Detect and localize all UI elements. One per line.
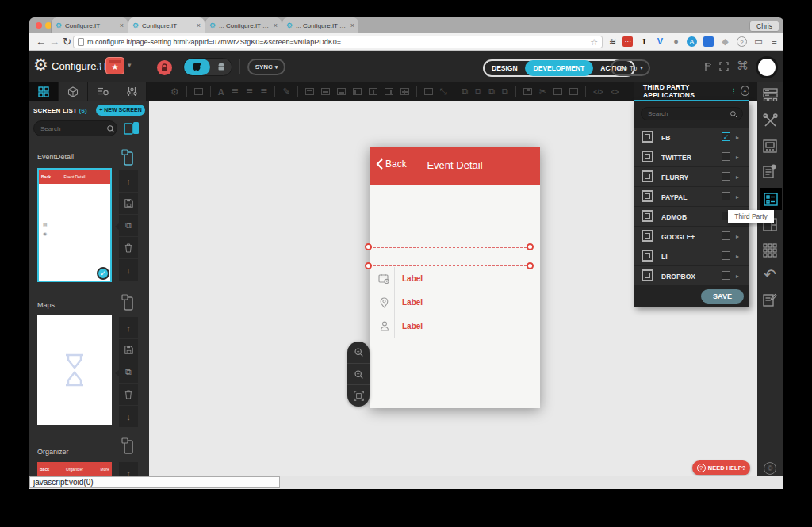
screen-thumbnail-organizer[interactable]: Back Organizer More <box>37 462 112 476</box>
goto-button[interactable]: Go To ▾ <box>611 59 650 76</box>
duplicate-screen-button[interactable]: ⧉ <box>119 361 138 383</box>
third-party-item-dropbox[interactable]: DROPBOX ▸ <box>634 266 749 285</box>
android-toggle-segment[interactable] <box>210 59 232 75</box>
screen-thumbnail-eventdetail[interactable]: Back Event Detail ▤ ◉ <box>37 168 112 282</box>
extension-circle-a-icon[interactable]: A <box>687 36 697 47</box>
screen-search-input[interactable] <box>33 120 117 136</box>
tools-icon[interactable] <box>763 113 778 128</box>
item-expand-arrow-icon[interactable]: ▸ <box>736 154 739 161</box>
tab-close-icon[interactable]: × <box>350 21 354 29</box>
app-switch-caret-icon[interactable]: ▾ <box>128 61 132 69</box>
extension-layers-icon[interactable]: ≋ <box>607 36 618 47</box>
phone-screen-title[interactable]: Event Detail <box>370 159 540 171</box>
data-source-icon[interactable] <box>763 88 778 101</box>
browser-tab[interactable]: ⚙ ::: Configure.IT Backend ::: × <box>282 17 358 33</box>
move-up-button[interactable]: ↑ <box>119 317 138 338</box>
item-checkbox[interactable] <box>722 192 730 200</box>
zoom-fit-icon[interactable] <box>347 384 370 406</box>
need-help-button[interactable]: ? NEED HELP? <box>692 460 750 475</box>
move-up-button[interactable]: ↑ <box>119 170 138 192</box>
edit-notes-icon[interactable] <box>763 292 777 307</box>
item-expand-arrow-icon[interactable]: ▸ <box>736 134 739 141</box>
lock-button[interactable] <box>157 60 172 75</box>
screen-name[interactable]: EventDetail <box>37 153 74 161</box>
back-icon[interactable]: ← <box>36 36 46 48</box>
detail-row-person[interactable]: Label <box>370 315 540 338</box>
new-screen-button[interactable]: + NEW SCREEN <box>96 105 145 116</box>
extension-diamond-icon[interactable]: ◆ <box>720 36 730 47</box>
move-down-button[interactable]: ↓ <box>119 259 138 281</box>
third-party-item-googleplus[interactable]: GOOGLE+ ▸ <box>634 227 749 246</box>
item-expand-arrow-icon[interactable]: ▸ <box>736 174 739 181</box>
tab-objects-cube[interactable] <box>59 82 88 101</box>
tab-close-icon[interactable]: × <box>274 21 278 29</box>
extension-window-icon[interactable]: ▭ <box>753 36 764 47</box>
item-checkbox[interactable] <box>722 251 730 260</box>
move-up-button[interactable]: ↑ <box>119 462 138 476</box>
row-label[interactable]: Label <box>402 274 423 283</box>
extension-red-icon[interactable]: ⋯ <box>622 36 633 47</box>
row-label[interactable]: Label <box>402 322 423 330</box>
item-expand-arrow-icon[interactable]: ▸ <box>736 233 739 240</box>
item-expand-arrow-icon[interactable]: ▸ <box>736 273 739 280</box>
current-app-icon[interactable]: ★ <box>105 57 124 74</box>
phone-navbar[interactable]: Back Event Detail <box>370 147 540 185</box>
media-box-icon[interactable] <box>763 139 777 153</box>
delete-screen-button[interactable] <box>119 384 138 405</box>
panel-close-icon[interactable]: × <box>741 86 749 96</box>
fullscreen-icon[interactable] <box>718 61 730 72</box>
selection-handle[interactable] <box>527 243 534 250</box>
command-icon[interactable]: ⌘ <box>737 59 749 73</box>
phone-preview[interactable]: Back Event Detail Label La <box>370 147 540 408</box>
tab-development[interactable]: DEVELOPMENT <box>525 60 594 76</box>
extension-trello-icon[interactable] <box>703 36 714 47</box>
components-grid-icon[interactable] <box>763 243 777 258</box>
tab-close-icon[interactable]: × <box>120 21 124 29</box>
url-field[interactable]: m.configure.it/page-setting.html?appId=u… <box>73 36 603 48</box>
third-party-strip-icon[interactable] <box>760 188 782 210</box>
preview-mode-icon[interactable] <box>124 121 140 136</box>
browser-tab[interactable]: ⚙ ::: Configure.IT Backend ::: × <box>205 17 282 33</box>
zoom-out-icon[interactable] <box>347 363 370 384</box>
selection-handle[interactable] <box>365 243 372 250</box>
move-down-button[interactable]: ↓ <box>119 406 138 427</box>
signpost-icon[interactable] <box>700 61 711 72</box>
screen-name[interactable]: Maps <box>37 301 55 309</box>
item-expand-arrow-icon[interactable]: ▸ <box>736 193 739 200</box>
extension-hand-icon[interactable]: ● <box>671 36 681 47</box>
detail-row-date[interactable]: Label <box>370 267 540 291</box>
screen-lock-icon[interactable] <box>121 437 135 455</box>
user-avatar[interactable] <box>758 59 776 76</box>
tab-screens-grid[interactable] <box>29 82 59 101</box>
extension-instapaper-icon[interactable]: I <box>639 36 649 47</box>
bookmark-star-icon[interactable]: ☆ <box>590 37 598 48</box>
item-checkbox[interactable] <box>722 231 730 240</box>
selected-element-outline[interactable] <box>370 247 530 266</box>
platform-toggle[interactable] <box>183 58 232 76</box>
undo-icon[interactable]: ↶ <box>764 265 776 284</box>
third-party-item-twitter[interactable]: TWITTER ▸ <box>634 147 749 166</box>
item-checkbox[interactable] <box>722 271 730 280</box>
tab-settings-sliders[interactable] <box>117 82 147 101</box>
item-checkbox[interactable]: ✓ <box>722 132 730 141</box>
screen-thumbnail-maps[interactable] <box>37 315 112 425</box>
screen-name[interactable]: Organizer <box>37 448 69 456</box>
save-screen-button[interactable] <box>119 193 138 214</box>
duplicate-screen-button[interactable]: ⧉ <box>119 215 138 236</box>
close-window-button[interactable] <box>36 22 42 29</box>
tab-design[interactable]: DESIGN <box>485 64 525 72</box>
extension-help-icon[interactable]: ? <box>737 36 747 47</box>
screen-lock-icon[interactable] <box>121 149 135 166</box>
browser-menu-icon[interactable]: ≡ <box>769 36 779 47</box>
detail-row-location[interactable]: Label <box>370 291 540 315</box>
screen-lock-icon[interactable] <box>121 294 135 311</box>
extension-v-icon[interactable]: V <box>655 36 665 47</box>
notes-doc-icon[interactable] <box>763 164 776 178</box>
item-checkbox[interactable] <box>722 172 730 181</box>
delete-screen-button[interactable] <box>119 237 138 258</box>
third-party-item-flurry[interactable]: FLURRY ▸ <box>634 167 749 186</box>
reload-icon[interactable]: ↻ <box>63 36 71 48</box>
save-screen-button[interactable] <box>119 339 138 361</box>
browser-tab[interactable]: ⚙ Configure.IT × <box>51 17 128 33</box>
tab-properties-list[interactable] <box>88 82 117 101</box>
